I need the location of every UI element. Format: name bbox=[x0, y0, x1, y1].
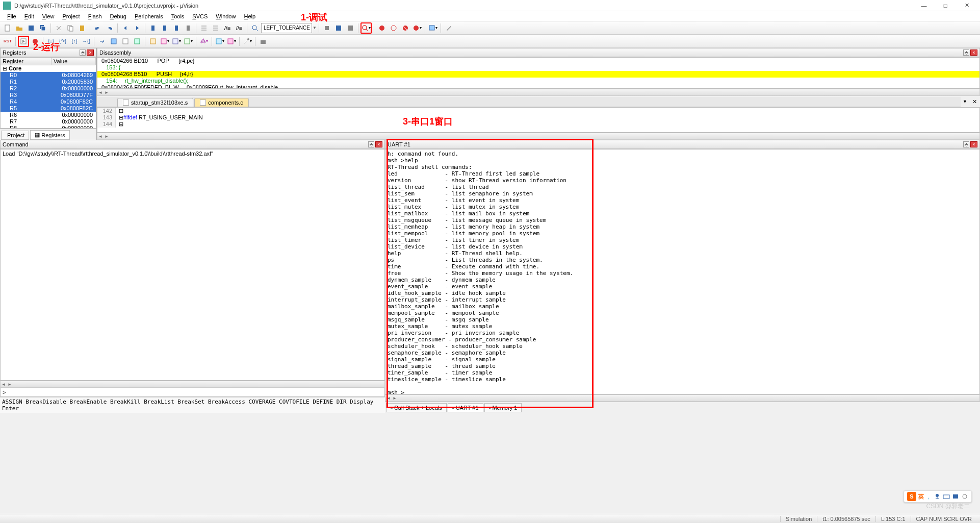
register-row[interactable]: R70x00000000 bbox=[1, 118, 96, 125]
symbols-window-icon[interactable] bbox=[132, 36, 143, 47]
build-icon[interactable] bbox=[321, 22, 332, 34]
breakpoint-killall-icon[interactable]: ▾ bbox=[411, 22, 423, 34]
tab-close-icon[interactable]: ✕ bbox=[969, 98, 980, 105]
outdent-icon[interactable] bbox=[210, 22, 221, 34]
command-window-icon[interactable] bbox=[108, 36, 119, 47]
tab-registers[interactable]: ▦Registers bbox=[30, 130, 69, 140]
ime-punct-icon[interactable]: ， bbox=[926, 493, 932, 501]
breakpoint-disable-icon[interactable] bbox=[388, 22, 399, 34]
window-icon[interactable]: ▾ bbox=[427, 22, 439, 34]
callstack-window-icon[interactable]: ▾ bbox=[159, 36, 170, 47]
panel-close-icon[interactable]: × bbox=[970, 49, 977, 56]
open-file-icon[interactable] bbox=[14, 22, 25, 34]
register-row[interactable]: R10x20005830 bbox=[1, 79, 96, 85]
bottom-tab[interactable]: ▫Memory 1 bbox=[484, 403, 522, 412]
menu-debug[interactable]: Debug bbox=[106, 12, 131, 20]
menu-svcs[interactable]: SVCS bbox=[188, 12, 212, 20]
pin-icon[interactable]: ⬘ bbox=[80, 49, 86, 56]
ime-toolbar[interactable]: S 英 ， bbox=[904, 490, 972, 503]
indent-icon[interactable] bbox=[198, 22, 210, 34]
watch-window-icon[interactable]: ▾ bbox=[171, 36, 182, 47]
disasm-line[interactable]: 153: { bbox=[97, 64, 979, 71]
find-combo[interactable]: LEFT_TOLERANCE bbox=[261, 23, 312, 33]
uart-hscroll[interactable] bbox=[385, 394, 980, 402]
register-row[interactable]: R50x0800F82C bbox=[1, 105, 96, 112]
register-row[interactable]: R20x00000000 bbox=[1, 85, 96, 92]
breakpoint-insert-icon[interactable] bbox=[376, 22, 388, 34]
bookmark-icon[interactable] bbox=[147, 22, 159, 34]
find-icon[interactable] bbox=[249, 22, 261, 34]
source-hscroll[interactable] bbox=[97, 133, 980, 140]
ime-lang[interactable]: 英 bbox=[918, 493, 924, 501]
command-hscroll[interactable] bbox=[0, 381, 385, 388]
nav-forward-icon[interactable] bbox=[132, 22, 143, 34]
menu-tools[interactable]: Tools bbox=[167, 12, 189, 20]
bottom-tab[interactable]: ▫UART #1 bbox=[448, 403, 483, 412]
panel-close-icon[interactable]: × bbox=[375, 141, 382, 147]
nav-back-icon[interactable] bbox=[120, 22, 131, 34]
register-row[interactable]: R30x0800D77F bbox=[1, 92, 96, 98]
undo-icon[interactable] bbox=[92, 22, 104, 34]
bookmark-clear-icon[interactable] bbox=[183, 22, 194, 34]
run-icon[interactable] bbox=[18, 36, 29, 47]
save-all-icon[interactable] bbox=[37, 22, 48, 34]
copy-icon[interactable] bbox=[65, 22, 76, 34]
tab-dropdown-icon[interactable]: ▼ bbox=[961, 99, 969, 104]
new-file-icon[interactable] bbox=[2, 22, 13, 34]
disasm-line[interactable]: 0x0800426A F005FDFD BL.W 0x08009E68 rt_h… bbox=[97, 84, 979, 89]
tab-project[interactable]: Project bbox=[1, 131, 29, 140]
cut-icon[interactable] bbox=[53, 22, 64, 34]
register-row[interactable]: R80x00000000 bbox=[1, 125, 96, 129]
paste-icon[interactable] bbox=[76, 22, 88, 34]
pin-icon[interactable]: ⬘ bbox=[963, 141, 969, 147]
run-to-cursor-icon[interactable]: →{} bbox=[81, 36, 92, 47]
register-row[interactable]: R00x08004269 bbox=[1, 72, 96, 79]
system-viewer-icon[interactable]: ▾ bbox=[242, 36, 253, 47]
registers-window-icon[interactable] bbox=[147, 36, 159, 47]
step-over-icon[interactable]: {↷} bbox=[57, 36, 68, 47]
stop-icon[interactable] bbox=[30, 36, 41, 47]
close-button[interactable]: ✕ bbox=[957, 1, 977, 11]
disassembly-body[interactable]: 0x08004266 BD10 POP {r4,pc} 153: {0x0800… bbox=[97, 57, 980, 89]
rebuild-icon[interactable] bbox=[345, 22, 356, 34]
uart-body[interactable]: h: command not found. msh >help RT-Threa… bbox=[385, 149, 980, 394]
debug-start-icon[interactable]: ▾ bbox=[360, 22, 372, 34]
registers-table[interactable]: Register Value ⊟Core R00x08004269R10x200… bbox=[0, 57, 96, 129]
menu-edit[interactable]: Edit bbox=[20, 12, 38, 20]
maximize-button[interactable]: □ bbox=[935, 1, 956, 11]
bottom-tab[interactable]: ▫Call Stack + Locals bbox=[386, 403, 447, 412]
save-icon[interactable] bbox=[25, 22, 37, 34]
step-out-icon[interactable]: {↑} bbox=[69, 36, 80, 47]
register-row[interactable]: R60x00000000 bbox=[1, 112, 96, 118]
source-line[interactable]: 142⊟ bbox=[97, 108, 979, 114]
redo-icon[interactable] bbox=[104, 22, 115, 34]
toolbox-icon[interactable] bbox=[257, 36, 269, 47]
minimize-button[interactable]: — bbox=[914, 1, 934, 11]
source-line[interactable]: 144⊟ bbox=[97, 121, 979, 128]
show-next-icon[interactable] bbox=[96, 36, 108, 47]
build-target-icon[interactable] bbox=[333, 22, 344, 34]
source-tab[interactable]: startup_stm32f103xe.s bbox=[117, 98, 193, 107]
breakpoint-kill-icon[interactable] bbox=[400, 22, 411, 34]
uncomment-icon[interactable]: //≡ bbox=[234, 22, 245, 34]
command-input[interactable] bbox=[8, 389, 384, 395]
analysis-window-icon[interactable]: ▾ bbox=[214, 36, 225, 47]
ime-keyboard-icon[interactable] bbox=[943, 493, 950, 500]
step-in-icon[interactable]: {↓} bbox=[45, 36, 57, 47]
pin-icon[interactable]: ⬘ bbox=[368, 141, 374, 147]
command-body[interactable]: Load "D:\\gw\\study\\RT-Thread\\rtthread… bbox=[0, 149, 385, 381]
reset-icon[interactable]: RST bbox=[2, 36, 13, 47]
menu-flash[interactable]: Flash bbox=[84, 12, 106, 20]
disasm-window-icon[interactable] bbox=[120, 36, 131, 47]
configure-icon[interactable] bbox=[443, 22, 454, 34]
menu-project[interactable]: Project bbox=[58, 12, 84, 20]
bookmark-prev-icon[interactable] bbox=[159, 22, 170, 34]
source-body[interactable]: 142⊟143⊟#ifdef RT_USING_USER_MAIN144⊟ bbox=[97, 107, 980, 133]
panel-close-icon[interactable]: × bbox=[970, 141, 977, 147]
memory-window-icon[interactable]: ▾ bbox=[183, 36, 194, 47]
register-row[interactable]: R40x0800F82C bbox=[1, 98, 96, 105]
menu-window[interactable]: Window bbox=[212, 12, 240, 20]
disasm-line[interactable]: 0x08004268 B510 PUSH {r4,lr} bbox=[97, 71, 979, 78]
source-tab[interactable]: components.c bbox=[194, 98, 248, 107]
ime-mic-icon[interactable] bbox=[934, 493, 941, 500]
